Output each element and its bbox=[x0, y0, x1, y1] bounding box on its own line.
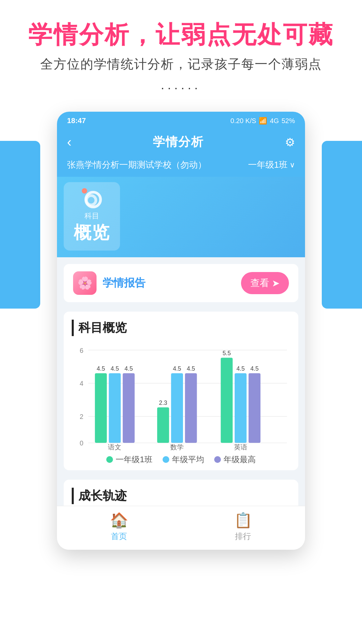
legend-label-avg: 年级平均 bbox=[172, 454, 204, 465]
school-row: 张燕学情分析一期测试学校（勿动） 一年级1班 ∨ bbox=[57, 156, 305, 177]
legend-dot-class1 bbox=[106, 456, 113, 463]
bar-yuwen-max bbox=[123, 373, 135, 443]
home-icon: 🏠 bbox=[110, 512, 128, 529]
tab-overview-value: 概览 bbox=[74, 221, 110, 245]
status-bar: 18:47 0.20 K/S 📶 4G 52% bbox=[57, 112, 305, 128]
svg-text:4.5: 4.5 bbox=[111, 365, 119, 372]
subject-tabs: 科目 概览 bbox=[57, 177, 305, 257]
svg-text:4.5: 4.5 bbox=[236, 365, 245, 372]
status-time: 18:47 bbox=[67, 116, 86, 125]
side-panel-left bbox=[0, 141, 40, 309]
status-speed: 0.20 K/S bbox=[231, 117, 256, 125]
sub-title: 全方位的学情统计分析，记录孩子每一个薄弱点 bbox=[13, 56, 349, 73]
bottom-nav: 🏠 首页 📋 排行 bbox=[57, 506, 305, 550]
report-card: 🌸 学情报告 查看 ➤ bbox=[64, 264, 298, 302]
bar-yuwen-avg bbox=[109, 373, 121, 443]
legend-dot-max bbox=[214, 456, 221, 463]
nav-bar: ‹ 学情分析 ⚙ bbox=[57, 128, 305, 156]
svg-text:4: 4 bbox=[80, 380, 83, 387]
svg-text:2.3: 2.3 bbox=[159, 399, 167, 406]
svg-text:语文: 语文 bbox=[108, 443, 121, 450]
svg-text:4.5: 4.5 bbox=[125, 365, 133, 372]
growth-title: 成长轨迹 bbox=[72, 488, 290, 504]
home-label: 首页 bbox=[111, 531, 127, 542]
gear-icon[interactable]: ⚙ bbox=[285, 136, 295, 149]
svg-text:数学: 数学 bbox=[170, 443, 184, 450]
status-wifi: 📶 bbox=[259, 117, 267, 125]
bar-shuxue-avg bbox=[171, 373, 183, 443]
view-report-button[interactable]: 查看 ➤ bbox=[241, 272, 289, 294]
legend-max: 年级最高 bbox=[214, 454, 256, 465]
svg-text:6: 6 bbox=[80, 347, 83, 354]
bar-chart-svg: 6 4 2 0 4.5 4.5 bbox=[72, 343, 290, 450]
main-title: 学情分析，让弱点无处可藏 bbox=[13, 20, 349, 49]
legend-label-class1: 一年级1班 bbox=[116, 454, 152, 465]
dot-pink bbox=[82, 188, 87, 194]
bar-yuwen-class1 bbox=[95, 373, 107, 443]
status-icons: 0.20 K/S 📶 4G 52% bbox=[231, 117, 295, 125]
svg-text:0: 0 bbox=[80, 440, 83, 447]
report-icon: 🌸 bbox=[73, 271, 97, 295]
nav-title: 学情分析 bbox=[153, 134, 204, 150]
bar-shuxue-max bbox=[185, 373, 197, 443]
class-label: 一年级1班 bbox=[248, 159, 288, 171]
svg-text:英语: 英语 bbox=[234, 443, 247, 450]
svg-text:4.5: 4.5 bbox=[173, 365, 181, 372]
dots: ······ bbox=[13, 81, 349, 95]
chevron-down-icon: ∨ bbox=[290, 161, 295, 169]
chart-section: 科目概览 6 4 2 0 4.5 bbox=[64, 312, 298, 470]
legend-class1: 一年级1班 bbox=[106, 454, 152, 465]
svg-text:4.5: 4.5 bbox=[187, 365, 195, 372]
svg-text:2: 2 bbox=[80, 413, 83, 421]
school-name: 张燕学情分析一期测试学校（勿动） bbox=[67, 159, 206, 171]
view-btn-arrow: ➤ bbox=[272, 278, 280, 289]
report-left: 🌸 学情报告 bbox=[73, 271, 145, 295]
legend-label-max: 年级最高 bbox=[224, 454, 256, 465]
view-btn-label: 查看 bbox=[250, 277, 269, 289]
side-panel-right bbox=[322, 141, 362, 309]
chart-legend: 一年级1班 年级平均 年级最高 bbox=[72, 454, 290, 465]
status-signal: 4G bbox=[270, 117, 279, 125]
chart-area: 6 4 2 0 4.5 4.5 bbox=[72, 343, 290, 450]
ranking-label: 排行 bbox=[235, 531, 251, 542]
tab-subject-label: 科目 bbox=[84, 211, 99, 221]
svg-text:4.5: 4.5 bbox=[97, 365, 105, 372]
chart-title: 科目概览 bbox=[72, 320, 290, 336]
nav-item-ranking[interactable]: 📋 排行 bbox=[234, 512, 252, 542]
status-battery: 52% bbox=[282, 117, 295, 125]
bar-yingyu-max bbox=[249, 373, 261, 443]
svg-text:5.5: 5.5 bbox=[223, 350, 231, 357]
class-selector[interactable]: 一年级1班 ∨ bbox=[248, 159, 295, 171]
bar-yingyu-class1 bbox=[221, 358, 233, 443]
phone-mock: 18:47 0.20 K/S 📶 4G 52% ‹ 学情分析 ⚙ 张燕学情分析一… bbox=[57, 112, 305, 550]
svg-text:4.5: 4.5 bbox=[250, 365, 259, 372]
bar-shuxue-class1 bbox=[157, 408, 169, 443]
ranking-icon: 📋 bbox=[234, 512, 252, 529]
back-button[interactable]: ‹ bbox=[67, 135, 71, 150]
report-label: 学情报告 bbox=[103, 276, 145, 290]
legend-dot-avg bbox=[163, 456, 169, 463]
bar-yingyu-avg bbox=[235, 373, 247, 443]
nav-item-home[interactable]: 🏠 首页 bbox=[110, 512, 128, 542]
tab-icon bbox=[82, 188, 102, 208]
tab-overview[interactable]: 科目 概览 bbox=[64, 182, 120, 251]
legend-avg: 年级平均 bbox=[163, 454, 204, 465]
